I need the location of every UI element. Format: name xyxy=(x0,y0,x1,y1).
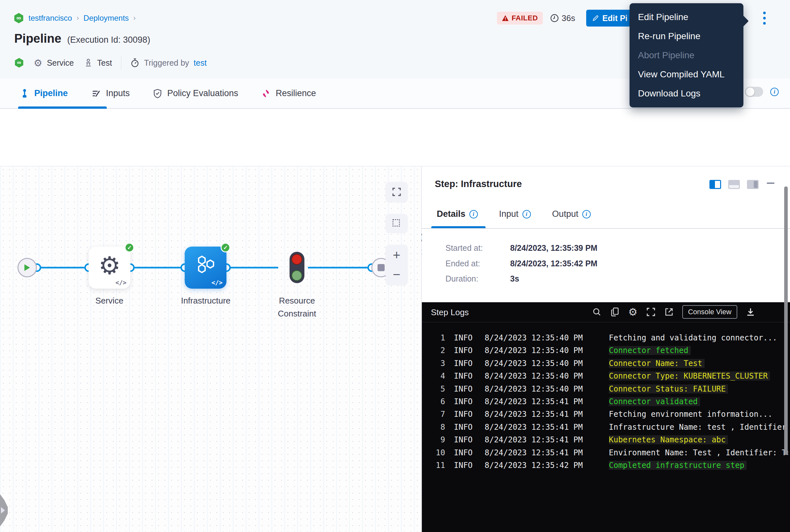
page-title: Pipeline xyxy=(14,32,61,45)
download-logs-icon[interactable] xyxy=(746,307,755,317)
layout-horizontal-split-button[interactable] xyxy=(728,180,740,189)
success-check-icon: ✓ xyxy=(220,243,230,252)
copy-icon[interactable] xyxy=(610,307,620,317)
graph-node-service[interactable]: ⚙ </> ✓ xyxy=(89,247,130,289)
log-row: 4INFO8/24/2023 12:35:40 PMConnector Type… xyxy=(422,372,790,384)
menu-item-edit-pipeline[interactable]: Edit Pipeline xyxy=(630,7,744,26)
graph-node-infrastructure[interactable]: </> ✓ xyxy=(185,247,227,289)
detail-row-started: Started at:8/24/2023, 12:35:39 PM xyxy=(445,243,598,253)
pipeline-meta-row: ∞ ⚙ Service Test Triggered by test xyxy=(14,56,207,70)
tab-details[interactable]: Detailsi xyxy=(437,209,478,219)
detail-row-ended: Ended at:8/24/2023, 12:35:42 PM xyxy=(445,259,598,268)
log-row: 2INFO8/24/2023 12:35:40 PMConnector fetc… xyxy=(422,346,790,359)
traffic-red-light xyxy=(291,254,302,265)
info-icon[interactable]: i xyxy=(522,210,531,218)
tab-input[interactable]: Inputi xyxy=(499,209,531,219)
tab-output[interactable]: Outputi xyxy=(552,209,591,219)
clock-icon xyxy=(550,14,559,23)
warning-triangle-icon xyxy=(502,15,509,21)
zoom-in-button[interactable]: + xyxy=(393,248,400,263)
node-label-constraint: Constraint xyxy=(255,309,339,319)
menu-item-download-logs[interactable]: Download Logs xyxy=(630,84,744,103)
policy-shield-icon xyxy=(153,89,162,98)
expand-fullscreen-icon[interactable] xyxy=(646,307,656,317)
node-label-service: Service xyxy=(67,296,151,306)
detail-row-duration: Duration:3s xyxy=(445,274,519,284)
log-row: 11INFO8/24/2023 12:35:42 PMCompleted inf… xyxy=(422,461,790,473)
divider xyxy=(121,56,121,70)
code-tag-icon: </> xyxy=(115,279,127,286)
console-view-button[interactable]: Console View xyxy=(682,305,737,319)
menu-item-abort-pipeline: Abort Pipeline xyxy=(630,45,744,65)
log-row: 3INFO8/24/2023 12:35:40 PMConnector Name… xyxy=(422,359,790,372)
menu-item-rerun-pipeline[interactable]: Re-run Pipeline xyxy=(630,26,744,45)
log-row: 8INFO8/24/2023 12:35:41 PMInfrastructure… xyxy=(422,423,790,435)
gear-icon: ⚙ xyxy=(34,57,42,69)
info-icon[interactable]: i xyxy=(582,210,591,218)
layout-vertical-split-button[interactable] xyxy=(710,180,721,189)
breadcrumb-deployments[interactable]: Deployments xyxy=(83,14,129,23)
status-badge: FAILED xyxy=(497,12,543,24)
graph-connectors xyxy=(0,166,422,532)
info-icon[interactable]: i xyxy=(469,210,478,218)
graph-node-resource-constraint[interactable] xyxy=(290,252,304,283)
tab-resilience[interactable]: Resilience xyxy=(262,88,316,98)
node-label-resource: Resource xyxy=(255,296,339,306)
breadcrumb-project[interactable]: testfrancisco xyxy=(28,14,72,23)
breadcrumb: ∞ testfrancisco › Deployments › xyxy=(14,12,136,24)
log-output[interactable]: 1INFO8/24/2023 12:35:40 PMFetching and v… xyxy=(422,322,790,532)
pipeline-options-menu: Edit Pipeline Re-run Pipeline Abort Pipe… xyxy=(630,3,744,108)
open-external-icon[interactable] xyxy=(664,307,674,317)
menu-item-view-compiled-yaml[interactable]: View Compiled YAML xyxy=(630,65,744,84)
title-row: Pipeline (Execution Id: 30098) xyxy=(14,32,150,45)
log-row: 6INFO8/24/2023 12:35:41 PMConnector vali… xyxy=(422,397,790,410)
expand-arrow-icon xyxy=(1,507,5,514)
panel-minimize-button[interactable] xyxy=(767,183,774,184)
more-options-menu-button[interactable] xyxy=(759,10,769,26)
stage-summary-bar: deploy Started at: 8/24/2023, 12:35:11 P… xyxy=(0,109,790,166)
code-tag-icon: </> xyxy=(212,279,223,286)
inputs-icon xyxy=(91,89,101,98)
divider xyxy=(422,228,790,229)
info-icon[interactable]: i xyxy=(770,88,779,96)
canvas-select-button[interactable] xyxy=(386,214,408,233)
log-settings-gear-icon[interactable]: ⚙ xyxy=(628,307,638,317)
tab-inputs[interactable]: Inputs xyxy=(91,88,130,98)
debug-toggle[interactable] xyxy=(745,87,763,97)
step-logs-title: Step Logs xyxy=(431,307,469,318)
log-row: 7INFO8/24/2023 12:35:41 PMFetching envir… xyxy=(422,410,790,422)
environment-meta[interactable]: Test xyxy=(83,58,112,68)
pipeline-graph-canvas[interactable]: ⚙ </> ✓ Service </> ✓ Infrastructure Res… xyxy=(0,166,422,532)
step-logs-header: Step Logs ⚙ Console View xyxy=(422,302,790,322)
infrastructure-hexagons-icon xyxy=(194,254,217,276)
service-meta[interactable]: ⚙ Service xyxy=(34,57,74,69)
marquee-select-icon xyxy=(392,218,402,228)
fullscreen-icon xyxy=(392,187,402,197)
service-gear-icon: ⚙ xyxy=(89,251,130,280)
canvas-zoom-controls[interactable]: + − xyxy=(386,245,408,285)
harness-cd-icon: ∞ xyxy=(14,58,24,68)
zoom-out-button[interactable]: − xyxy=(393,267,400,282)
panel-scrollbar[interactable] xyxy=(784,186,788,455)
pencil-icon xyxy=(592,15,599,22)
step-logs-panel: Step Logs ⚙ Console View 1INFO8/24/2023 … xyxy=(422,302,790,532)
pipeline-icon xyxy=(20,89,29,98)
tab-policy-evaluations[interactable]: Policy Evaluations xyxy=(153,88,238,98)
success-check-icon: ✓ xyxy=(124,243,134,252)
panel-layout-controls xyxy=(710,180,758,189)
play-icon xyxy=(24,264,31,271)
layout-right-panel-button[interactable] xyxy=(747,180,758,189)
log-row: 5INFO8/24/2023 12:35:40 PMConnector Stat… xyxy=(422,384,790,397)
resilience-chaos-icon xyxy=(262,89,270,98)
chevron-right-icon: › xyxy=(77,14,79,22)
search-icon[interactable] xyxy=(592,307,602,317)
graph-start-node[interactable] xyxy=(18,258,37,277)
tab-pipeline[interactable]: Pipeline xyxy=(20,88,68,98)
test-environment-icon xyxy=(83,58,93,68)
active-tab-underline xyxy=(18,107,107,109)
traffic-green-light xyxy=(291,270,302,281)
canvas-fullscreen-button[interactable] xyxy=(386,182,408,202)
harness-logo-icon: ∞ xyxy=(14,13,24,23)
log-row: 10INFO8/24/2023 12:35:41 PMEnvironment N… xyxy=(422,448,790,461)
trigger-user-link[interactable]: test xyxy=(194,58,207,68)
